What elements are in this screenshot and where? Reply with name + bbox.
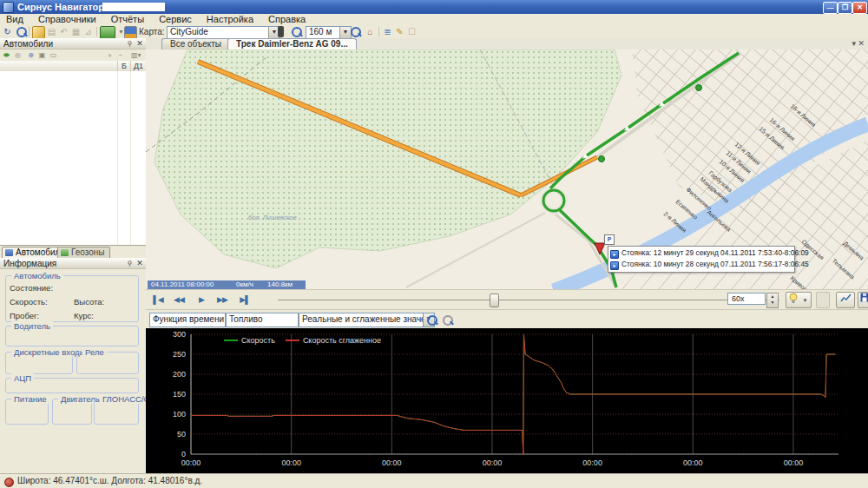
rewind-button[interactable]: ◀◀ [170,293,187,307]
timeline-slider-handle[interactable] [490,293,499,307]
play-button[interactable]: ▶ [193,293,210,307]
restore-button[interactable]: ❐ [838,2,852,14]
map-select[interactable]: CityGuide▼ [167,26,280,39]
chart-icon[interactable] [124,26,137,39]
skip-end-button[interactable]: ▶▌ [236,293,253,307]
home-icon[interactable]: ⌂ [365,26,376,37]
title-highlight-box [102,3,165,11]
tab-track-daimler[interactable]: Трек Daimler-Benz AG 09... [227,38,357,50]
field-state-label: Состояние: [10,283,53,293]
field-course-label: Курс: [74,311,94,320]
chart-fuel-select[interactable]: Топливо▼ [226,313,310,327]
tab-geozones[interactable]: Геозоны [57,247,110,258]
svg-text:00:00: 00:00 [281,458,301,467]
svg-text:200: 200 [173,370,186,379]
group-relay: Реле [76,352,139,374]
menu-help[interactable]: Справка [262,14,312,25]
field-mileage-label: Пробег: [10,311,39,320]
vehicle-icon[interactable] [100,26,115,39]
menu-service[interactable]: Сервис [153,14,198,25]
field-speed-label: Скорость: [10,297,48,307]
stop-tooltip-row[interactable]: ▸Стоянка: 12 минут 29 секунд 04.11.2011 … [610,247,809,259]
chart-values-select[interactable]: Реальные и сглаженные значен▼ [299,313,435,327]
map-view[interactable]: 18-я Линия16-я Линия15-я Линия12-я Линия… [146,49,868,289]
svg-text:00:00: 00:00 [181,458,201,467]
chart-plot: 05010015020025030000:0000:0000:0000:0000… [146,328,868,473]
chevron-down-icon[interactable]: ▼ [803,298,808,303]
traffic-light-icon[interactable] [278,26,284,37]
vehicles-panel-header: Автомобили ⚲ ✕ [0,38,146,49]
zoom-in-icon[interactable] [292,27,302,37]
close-icon[interactable]: ✕ [135,259,144,268]
chart-zoom-in-icon[interactable] [427,315,437,326]
compose-icon[interactable]: ✎ [394,26,405,37]
columns-icon[interactable]: ▥▾ [131,50,141,60]
pin-icon[interactable]: ⚲ [126,260,134,267]
svg-text:100: 100 [173,410,186,419]
svg-text:00:00: 00:00 [483,458,503,467]
group-vehicle: Автомобиль Состояние: Скорость: Высота: … [5,275,139,322]
close-icon[interactable]: ✕ [858,39,865,48]
car-icon[interactable]: ⬬ [2,50,11,60]
pin-icon[interactable]: ⚲ [126,40,134,48]
info-panel: Автомобили Геозоны Информация ⚲ ✕ Автомо… [0,245,147,474]
group-adc: АЦП [5,378,139,393]
area-label: бол. Лишевское [248,214,297,221]
list-icon[interactable]: ≣ [382,26,393,37]
vehicles-panel-title: Автомобили [3,39,53,49]
map-scale-select[interactable]: 160 м▼ [306,26,352,39]
svg-text:150: 150 [173,390,186,399]
overlay-datetime: 04.11.2011 08:00:00 [151,280,214,289]
menu-view[interactable]: Вид [0,14,30,25]
search-icon[interactable] [16,27,27,37]
close-icon[interactable]: ✕ [135,39,144,49]
playback-speed-input[interactable]: 60x [727,293,766,305]
title-bar[interactable]: Сирнус Навигатор - — ❐ ✕ [0,0,868,14]
close-button[interactable]: ✕ [852,2,867,14]
refresh-icon[interactable]: ↻ [2,26,13,37]
edit-icon: ▤ [46,26,57,37]
speed-spinner[interactable]: ▲▼ [766,293,779,308]
playback-bar: ▌◀ ◀◀ ▶ ▶▶ ▶▌ 60x ▲▼ ▼ [146,289,868,310]
image-icon[interactable] [32,26,45,39]
skip-start-button[interactable]: ▌◀ [149,293,167,307]
printer-icon: ▭ [49,50,58,60]
chart-zoom-out-icon[interactable] [443,315,453,326]
parking-marker-icon[interactable]: P [604,234,615,245]
minimize-button[interactable]: — [823,2,838,14]
menu-bar: Вид Справочники Отчёты Сервис Настройка … [0,14,868,25]
status-bar: Широта: 46.47401°с.ш. Долгота: 41.48016°… [0,473,868,488]
goto-icon[interactable]: ▸ [610,250,619,259]
lamp-button[interactable]: ▼ [786,292,812,308]
svg-text:250: 250 [173,350,186,359]
timeline-slider-track[interactable] [278,300,779,300]
binoculars-icon: ◎ [13,50,23,60]
svg-text:50: 50 [177,430,186,439]
goto-icon[interactable]: ▸ [610,261,619,270]
menu-reports[interactable]: Отчёты [105,14,150,25]
tab-all-objects[interactable]: Все объекты [161,38,230,49]
group-glonass: ГЛОНАСС/GPS [94,399,139,425]
menu-directories[interactable]: Справочники [32,14,102,25]
track-node [696,85,702,91]
svg-text:00:00: 00:00 [382,458,402,467]
group-discrete-inputs: Дискретные входы [5,352,73,374]
menu-settings[interactable]: Настройка [201,14,260,25]
fast-forward-button[interactable]: ▶▶ [214,293,231,307]
zoom-out-icon[interactable] [351,27,361,37]
speed-chart: 05010015020025030000:0000:0000:0000:0000… [146,328,868,473]
chevron-down-icon[interactable]: ▼ [339,27,351,38]
stop-tooltip: ▸Стоянка: 12 минут 29 секунд 04.11.2011 … [608,246,795,273]
window-button[interactable] [816,292,830,308]
chart-controls-bar: Функция времени▼ Топливо▼ Реальные и сгл… [146,309,868,329]
save-button[interactable] [858,292,868,308]
minus-icon: － [115,50,125,60]
chart-toggle-button[interactable] [836,292,855,308]
svg-text:0: 0 [181,450,186,458]
window-title: Сирнус Навигатор - [17,0,110,14]
overlay-speed: 0км/ч [236,280,253,289]
stop-tooltip-row[interactable]: ▸Стоянка: 10 минут 28 секунд 07.11.2011 … [610,259,809,270]
chevron-down-icon[interactable]: ▾ [852,39,856,48]
chart-function-select[interactable]: Функция времени▼ [149,313,237,327]
vehicles-list[interactable] [0,71,146,245]
